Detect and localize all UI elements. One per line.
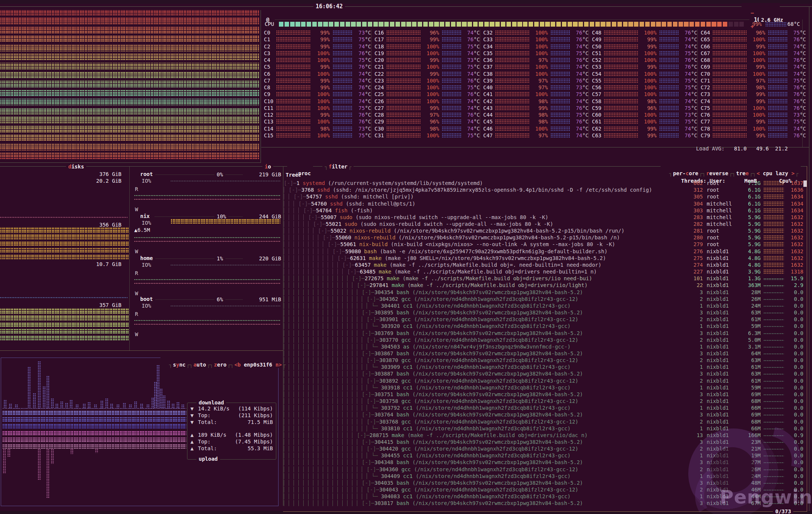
core-history-graph [551,51,570,56]
process-row[interactable]: [-]─303901 gcc (/nix/store/nd4dhnbh1wagn… [284,316,803,323]
cpu-core-row: C7399%76°C [697,91,806,98]
cpu-core-row: C7197%75°C [697,77,806,84]
disks-io-title[interactable]: io [262,163,273,170]
scroll-down-icon[interactable]: ↓ [797,498,800,504]
core-usage-meter [387,51,421,56]
process-row[interactable]: └─ 304409 cc1 (/nix/store/nd4dhnbh1wagnx… [284,473,803,479]
process-row[interactable]: [-]─63485 make (make -f ../scripts/Makef… [284,268,803,275]
process-row[interactable]: [-]─304415 bash (/nix/store/9b4skch97sv0… [284,439,803,445]
core-history-graph [551,106,570,110]
process-row[interactable]: [-]─303817 bash (/nix/store/9b4skch97sv0… [284,500,803,506]
core-usage-meter [604,72,638,76]
cpu-core-row: C24100%75°C [371,84,480,91]
process-row[interactable]: └─ 303810 cc1 (/nix/store/nd4dhnbh1wagnx… [284,425,803,432]
net-sync-button[interactable]: sync [169,362,190,368]
net-download-spike [110,404,114,408]
process-row[interactable]: [-]─272675 make (make -f ../scripts/Make… [284,275,803,282]
process-row[interactable]: └─ 304401 cc1 (/nix/store/nd4dhnbh1wagnx… [284,302,803,309]
process-row[interactable]: └─ 303918 cc1 (/nix/store/nd4dhnbh1wagnx… [284,384,803,391]
core-usage-meter [713,58,747,62]
process-row[interactable]: [-]─304035 bash (/nix/store/9b4skch97sv0… [284,479,803,486]
process-row[interactable]: [-]─304420 gcc (/nix/store/nd4dhnbh1wagn… [284,445,803,452]
process-row[interactable]: [-]─304360 gcc (/nix/store/nd4dhnbh1wagn… [284,466,803,473]
process-cpu-graph [764,392,784,397]
cpu-core-row: C2799%74°C [371,105,480,111]
process-row[interactable]: └─ 304083 cc1 (/nix/store/nd4dhnbh1wagnx… [284,493,803,500]
process-cpu-graph [764,412,784,417]
process-row[interactable]: [-]─303770 gcc (/nix/store/nd4dhnbh1wagn… [284,337,803,343]
process-row[interactable]: [-]─304362 gcc (/nix/store/nd4dhnbh1wagn… [284,296,803,302]
net-download-spike [181,404,185,408]
core-usage-meter [276,126,311,131]
process-row[interactable]: └─ 304503 as (/nix/store/n847wr4vj9f3nsz… [284,343,803,350]
proc-filter-button[interactable]: filter [322,163,354,170]
process-row[interactable]: └─ 303909 cc1 (/nix/store/nd4dhnbh1wagnx… [284,364,803,370]
process-row[interactable]: [-]─303751 bash (/nix/store/9b4skch97sv0… [284,391,803,398]
core-history-graph [659,113,679,117]
cpu-core-row: C75100%76°C [697,105,806,111]
cpu-history-graph [0,10,259,159]
process-cpu-graph [764,297,784,301]
process-row[interactable]: [-]─55021 sudo (sudo nixos-rebuild switc… [284,221,803,227]
net-zero-button[interactable]: zero [210,362,231,368]
core-history-graph [442,51,461,56]
cpu-core-row: C46100%74°C [480,125,589,132]
process-row[interactable]: [-]─303768 gcc (/nix/store/nd4dhnbh1wagn… [284,418,803,425]
core-usage-meter [713,37,747,42]
process-cpu-graph [764,235,784,240]
process-row[interactable]: └─ 304455 cc1 (/nix/store/nd4dhnbh1wagnx… [284,452,803,459]
cpu-graph-right-border [261,10,261,163]
core-usage-meter [276,30,311,35]
interval-decrease-button[interactable]: − [751,10,754,17]
cpu-core-row: C5898%74°C [589,98,697,105]
process-row[interactable]: [-]─3768 sshd (sshd: /nix/store/jzjq5mxj… [284,186,803,193]
process-row[interactable]: [-]─303758 gcc (/nix/store/nd4dhnbh1wagn… [284,398,803,404]
process-cpu-graph [764,222,784,226]
core-usage-meter [387,37,421,42]
core-history-graph [333,119,352,124]
cpu-core-row: C4498%75°C [480,111,589,118]
process-row[interactable]: [-]─59080 bash (bash -e /nix/store/6xg25… [284,248,803,255]
process-row[interactable]: [-]─55060 nixos-rebuild (/nix/store/9b4s… [284,234,803,241]
process-row[interactable]: [-]─55007 sudo (sudo nixos-rebuild switc… [284,214,803,221]
process-row[interactable]: [-]─63457 make (make -f ../scripts/Makef… [284,262,803,268]
process-row[interactable]: └─ 303792 cc1 (/nix/store/nd4dhnbh1wagnx… [284,404,803,411]
cpu-core-row: C26100%74°C [371,98,480,105]
process-row[interactable]: [-]─288715 make (make -f ../scripts/Make… [284,432,803,439]
cpu-core-row: C4097%73°C [480,84,589,91]
process-row[interactable]: [-]─55022 nixos-rebuild (/nix/store/9b4s… [284,227,803,234]
process-row[interactable]: [-]─62631 make (make -j80 SHELL=/nix/sto… [284,255,803,262]
net-device-switch[interactable]: <b enp0s31f6 n> [231,362,286,368]
process-row[interactable]: [-]─303892 gcc (/nix/store/nd4dhnbh1wagn… [284,377,803,384]
core-usage-meter [713,106,747,110]
cpu-core-row: C31100%75°C [371,132,480,139]
core-usage-meter [604,58,638,62]
core-usage-meter [276,92,311,96]
process-row[interactable]: [-]─55061 nix-build (nix-build <nixpkgs/… [284,241,803,248]
process-row[interactable]: └─ 303920 cc1 (/nix/store/nd4dhnbh1wagnx… [284,323,803,329]
process-row[interactable]: [-]─304348 bash (/nix/store/9b4skch97sv0… [284,459,803,466]
net-download-spike [172,404,175,408]
process-row[interactable]: [-]─303769 bash (/nix/store/9b4skch97sv0… [284,329,803,336]
process-row[interactable]: [-]─54764 fish (-fish)303mitchell6.1G163… [284,207,803,214]
process-row[interactable]: [-]─304043 gcc (/nix/store/nd4dhnbh1wagn… [284,486,803,493]
proc-scrollbar-thumb[interactable] [803,180,807,187]
process-row[interactable]: [-]─1 systemd (/run/current-system/syste… [284,180,803,186]
core-history-graph [333,85,352,90]
core-usage-meter [604,37,638,42]
process-row[interactable]: [-]─303870 gcc (/nix/store/nd4dhnbh1wagn… [284,357,803,364]
process-row[interactable]: [-]─303895 bash (/nix/store/9b4skch97sv0… [284,309,803,316]
cpu-core-row: C5399%76°C [589,63,697,70]
process-cpu-graph [764,181,784,185]
core-usage-meter [276,106,311,110]
cpu-core-row: C1696%74°C [371,29,480,36]
process-row[interactable]: [-]─303764 bash (/nix/store/9b4skch97sv0… [284,411,803,418]
process-row[interactable]: [-]─303867 bash (/nix/store/9b4skch97sv0… [284,350,803,357]
process-row[interactable]: [-]─297841 make (make -f ../scripts/Make… [284,282,803,289]
process-row[interactable]: [-]─54757 sshd (sshd: mitchell [priv])30… [284,193,803,200]
process-row[interactable]: [-]─54760 sshd (sshd: mitchell@pts/1)304… [284,200,803,207]
net-auto-button[interactable]: auto [189,362,210,368]
core-usage-meter [387,133,421,138]
process-row[interactable]: [-]─304354 bash (/nix/store/9b4skch97sv0… [284,289,803,296]
process-row[interactable]: [-]─303887 bash (/nix/store/9b4skch97sv0… [284,370,803,377]
